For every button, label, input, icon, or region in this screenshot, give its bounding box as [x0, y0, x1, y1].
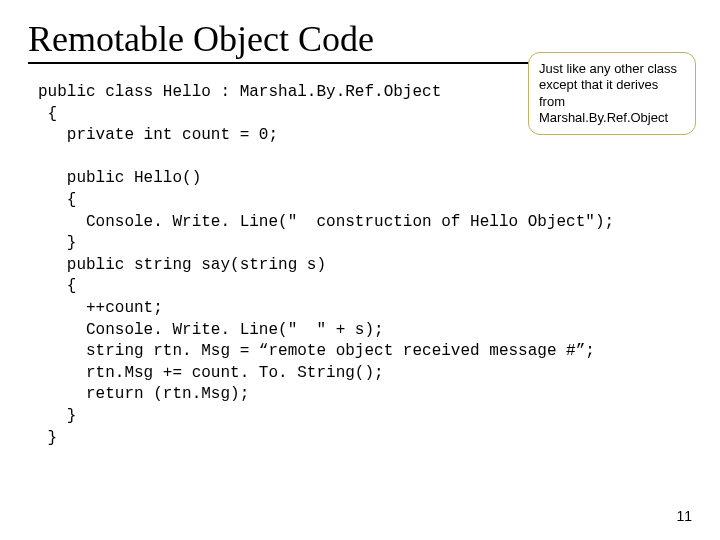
- code-line: public Hello(): [38, 169, 201, 187]
- code-line: private int count = 0;: [38, 126, 278, 144]
- code-line: {: [38, 277, 76, 295]
- code-line: }: [38, 429, 57, 447]
- callout-note: Just like any other class except that it…: [528, 52, 696, 135]
- code-line: Console. Write. Line(" " + s);: [38, 321, 384, 339]
- page-number: 11: [676, 508, 692, 524]
- code-line: {: [38, 191, 76, 209]
- code-line: public string say(string s): [38, 256, 326, 274]
- code-line: {: [38, 105, 57, 123]
- code-line: Console. Write. Line(" construction of H…: [38, 213, 614, 231]
- code-line: return (rtn.Msg);: [38, 385, 249, 403]
- code-line: public class Hello : Marshal.By.Ref.Obje…: [38, 83, 441, 101]
- code-line: }: [38, 234, 76, 252]
- code-line: }: [38, 407, 76, 425]
- code-line: string rtn. Msg = “remote object receive…: [38, 342, 595, 360]
- code-line: ++count;: [38, 299, 163, 317]
- code-block: public class Hello : Marshal.By.Ref.Obje…: [28, 82, 692, 449]
- code-line: rtn.Msg += count. To. String();: [38, 364, 384, 382]
